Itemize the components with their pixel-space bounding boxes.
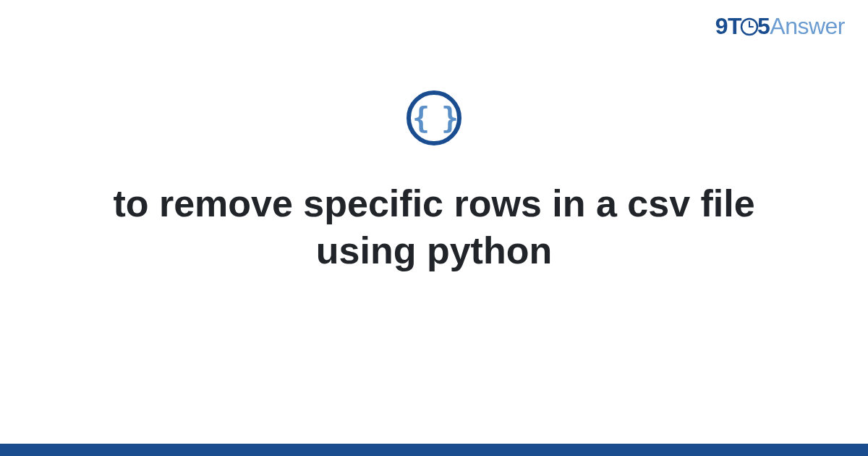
logo-prefix: 9T bbox=[715, 13, 741, 39]
site-logo: 9T5Answer bbox=[715, 13, 845, 40]
footer-bar bbox=[0, 444, 868, 456]
page-title: to remove specific rows in a csv file us… bbox=[87, 180, 781, 274]
logo-middle: 5 bbox=[757, 13, 770, 39]
code-braces-icon: { } bbox=[407, 90, 461, 145]
header: 9T5Answer bbox=[715, 13, 845, 40]
braces-glyph: { } bbox=[412, 101, 456, 135]
logo-suffix: Answer bbox=[770, 13, 845, 39]
clock-icon bbox=[740, 17, 759, 36]
main-content: { } to remove specific rows in a csv fil… bbox=[0, 90, 868, 274]
